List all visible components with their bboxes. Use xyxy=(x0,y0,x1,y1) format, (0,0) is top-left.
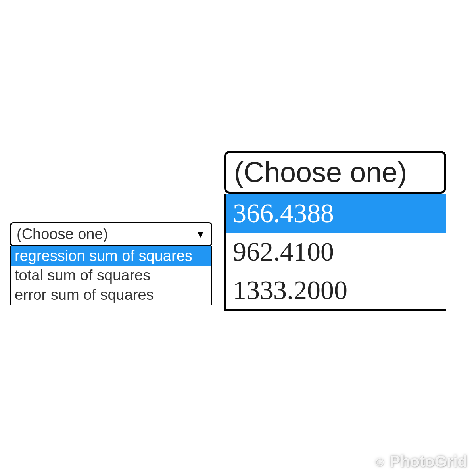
dropdown-options-numeric: 366.4388 962.4100 1333.2000 xyxy=(224,194,446,311)
dropdown-options-sos: regression sum of squares total sum of s… xyxy=(10,246,212,305)
option-value-2[interactable]: 962.4100 xyxy=(226,233,446,271)
option-value-1[interactable]: 366.4388 xyxy=(226,194,446,233)
option-value-3[interactable]: 1333.2000 xyxy=(226,271,446,309)
select-placeholder: (Choose one) xyxy=(234,156,407,188)
watermark-text: PhotoGrid xyxy=(390,453,467,470)
dropdown-sum-of-squares: (Choose one) ▼ regression sum of squares… xyxy=(10,222,212,305)
dropdown-numeric: (Choose one) 366.4388 962.4100 1333.2000 xyxy=(224,151,446,311)
option-total-sos[interactable]: total sum of squares xyxy=(11,266,211,285)
option-regression-sos[interactable]: regression sum of squares xyxy=(11,246,211,266)
watermark: ☺ PhotoGrid xyxy=(373,453,467,470)
select-box-numeric[interactable]: (Choose one) xyxy=(224,151,446,194)
select-placeholder: (Choose one) xyxy=(17,226,108,243)
smiley-icon: ☺ xyxy=(373,454,387,469)
chevron-down-icon: ▼ xyxy=(195,228,205,240)
select-box-sos[interactable]: (Choose one) ▼ xyxy=(10,222,212,246)
option-error-sos[interactable]: error sum of squares xyxy=(11,285,211,305)
